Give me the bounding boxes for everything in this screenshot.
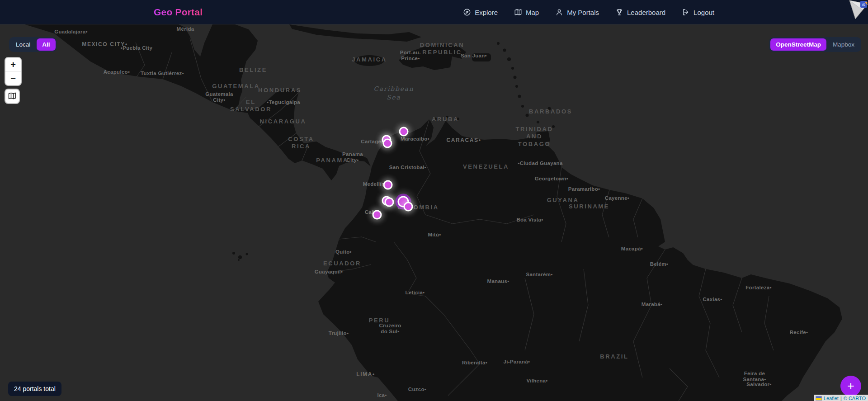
- zoom-control: + −: [5, 57, 22, 86]
- app-title[interactable]: Geo Portal: [154, 7, 203, 18]
- portal-filter-toggle: Local All: [9, 37, 57, 52]
- svg-text:it: it: [862, 2, 865, 7]
- nav-label: Logout: [693, 9, 714, 16]
- landmass-galapagos: [232, 252, 248, 261]
- nav-item-logout[interactable]: Logout: [682, 8, 714, 16]
- landmass-hispaniola: [399, 44, 466, 70]
- map-tiles: [0, 24, 868, 401]
- portal-marker[interactable]: [373, 210, 382, 220]
- landmass-south-america: [318, 119, 842, 401]
- nav-label: My Portals: [567, 9, 599, 16]
- user-icon: [555, 8, 563, 16]
- map-attribution: Leaflet | © CARTO: [814, 395, 868, 401]
- trophy-icon: [615, 8, 623, 16]
- filter-local-button[interactable]: Local: [10, 38, 36, 51]
- geo-portal-app: Geo Portal Explore Map: [0, 0, 868, 401]
- nav-item-explore[interactable]: Explore: [463, 8, 498, 16]
- landmass-lesser-antilles: [434, 42, 555, 143]
- nav-label: Explore: [475, 9, 498, 16]
- nav-item-my-portals[interactable]: My Portals: [555, 8, 599, 16]
- nav-label: Map: [526, 9, 539, 16]
- zoom-in-button[interactable]: +: [5, 58, 21, 71]
- filter-all-button[interactable]: All: [37, 38, 55, 51]
- navbar: Geo Portal Explore Map: [0, 0, 868, 24]
- portal-marker[interactable]: [404, 202, 413, 212]
- ukraine-flag-icon: [816, 396, 822, 401]
- logout-icon: [682, 8, 690, 16]
- main-nav: Explore Map My Portals: [463, 8, 714, 16]
- leaflet-link[interactable]: Leaflet: [824, 396, 839, 401]
- carto-link[interactable]: © CARTO: [844, 396, 866, 401]
- map-canvas[interactable]: Caribbean SeaBELIZEGUATEMALAHONDURASEL S…: [0, 24, 868, 401]
- compass-icon: [463, 8, 471, 16]
- portal-marker[interactable]: [399, 127, 409, 137]
- nav-label: Leaderboard: [627, 9, 665, 16]
- basemap-mapbox-button[interactable]: Mapbox: [827, 38, 860, 51]
- add-portal-button[interactable]: +: [840, 376, 861, 396]
- nav-item-leaderboard[interactable]: Leaderboard: [615, 8, 665, 16]
- nav-item-map[interactable]: Map: [514, 8, 539, 16]
- portal-marker[interactable]: [383, 139, 392, 148]
- map-icon: [514, 8, 522, 16]
- portal-count-badge: 24 portals total: [8, 382, 61, 396]
- zoom-out-button[interactable]: −: [5, 71, 21, 85]
- layers-button[interactable]: [5, 89, 20, 104]
- landmass-cuba: [289, 24, 421, 42]
- map-icon: [8, 91, 17, 102]
- basemap-toggle: OpenStreetMap Mapbox: [769, 37, 861, 52]
- portal-marker[interactable]: [385, 198, 394, 207]
- portal-marker[interactable]: [383, 180, 393, 190]
- attribution-separator: |: [840, 396, 842, 401]
- broken-image-placeholder: it: [849, 0, 868, 20]
- basemap-openstreetmap-button[interactable]: OpenStreetMap: [770, 38, 826, 51]
- landmass-central-america: [25, 24, 371, 180]
- landmass-puerto-rico: [472, 53, 491, 61]
- landmass-jamaica: [354, 55, 384, 66]
- plus-icon: +: [847, 379, 854, 393]
